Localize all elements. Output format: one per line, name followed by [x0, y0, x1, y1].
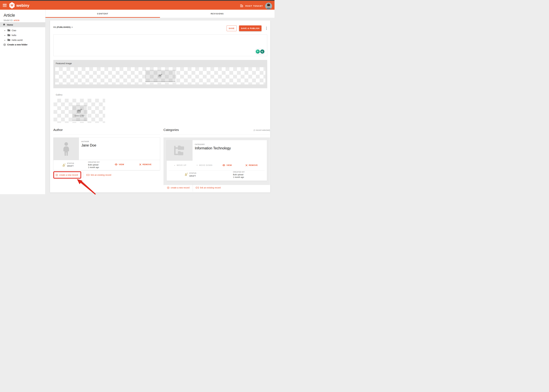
author-field-label: AUTHOR — [81, 141, 89, 142]
chevron-right-icon[interactable]: ▸ — [5, 39, 6, 41]
menu-icon[interactable] — [3, 4, 7, 7]
create-folder-button[interactable]: Create a new folder — [0, 42, 45, 47]
created-time: 1 month ago — [233, 176, 244, 178]
triangle-up-icon: ▲ — [174, 164, 175, 166]
category-name: Information Technology — [195, 146, 231, 150]
grammarly-widget[interactable]: ✦ G — [255, 49, 265, 55]
sidebar-item-home[interactable]: Home — [0, 22, 45, 27]
chevron-right-icon[interactable]: ▸ — [5, 29, 6, 31]
sidebar-item-label: Ciao — [12, 29, 16, 32]
annotation-arrow — [64, 176, 100, 195]
card-footer-divider — [169, 170, 265, 171]
version-label: V1 (PUBLISHED) — [53, 26, 71, 28]
folder-icon — [7, 39, 10, 42]
remove-button[interactable]: REMOVE — [139, 163, 151, 166]
status-value: DRAFT — [189, 175, 196, 177]
chevron-right-icon[interactable]: ▸ — [5, 34, 6, 36]
view-button[interactable]: VIEW — [115, 163, 124, 166]
featured-image-dropzone[interactable] — [145, 70, 175, 82]
featured-image-label: Featured Image — [56, 62, 72, 65]
active-tab-underline — [45, 17, 160, 18]
status-label: STATUS — [67, 162, 74, 164]
model-id: Model ID: article — [4, 19, 20, 21]
sidebar-item-label: hello — [12, 34, 16, 36]
close-icon — [139, 163, 141, 166]
gallery-label: Gallery — [56, 94, 62, 96]
link-icon — [196, 187, 199, 189]
author-card-footer: STATUS DRAFT CREATED BY Bulk upload 1 mo… — [53, 160, 160, 170]
user-avatar[interactable] — [265, 3, 272, 10]
view-button[interactable]: VIEW — [222, 164, 232, 166]
status-label: STATUS — [189, 172, 196, 174]
author-section-title: Author — [53, 128, 63, 132]
plus-circle-icon — [3, 43, 6, 46]
categories-create-record-link[interactable]: create a new record — [167, 185, 190, 190]
person-icon — [62, 142, 71, 156]
author-record-card: AUTHOR Jane Doe STATUS DRAFT CREATED BY … — [53, 137, 160, 170]
sidebar: Article Model ID: article Home ▸ Ciao ▸ … — [0, 10, 45, 194]
rich-text-editor[interactable]: ✦ G — [53, 35, 267, 56]
created-by-label: CREATED BY — [88, 161, 100, 163]
folder-icon — [7, 29, 10, 32]
sidebar-item-label: Home — [7, 24, 13, 26]
more-options-icon[interactable] — [264, 26, 269, 31]
category-record-card: CATEGORY Information Technology ▲ MOVE U… — [167, 140, 267, 181]
created-by-value: Bulk upload — [88, 164, 99, 166]
tab-revisions[interactable]: REVISIONS — [160, 10, 274, 18]
status-value: DRAFT — [67, 165, 74, 167]
webiny-cms-app: W webiny ROOT TENANT — [0, 0, 274, 196]
category-field-label: CATEGORY — [195, 143, 205, 145]
webiny-logo-icon[interactable]: W — [9, 2, 15, 9]
brand-wordmark: webiny — [16, 3, 29, 8]
folder-icon — [7, 34, 10, 37]
add-image-icon — [158, 74, 162, 78]
gallery-transparency-area: Select a file" — [53, 99, 105, 123]
categories-link-record-link[interactable]: link an existing record — [196, 185, 221, 190]
model-id-value: article — [14, 19, 20, 21]
select-file-label: Select a file" — [75, 115, 85, 117]
move-down-button[interactable]: ▼ MOVE DOWN — [196, 164, 212, 166]
sidebar-folder-ciao[interactable]: ▸ Ciao — [0, 28, 45, 33]
tab-bar: CONTENT REVISIONS — [45, 10, 274, 18]
grammarly-suggestion-icon[interactable]: ✦ — [256, 49, 260, 54]
add-image-icon — [77, 109, 82, 114]
author-avatar-panel — [53, 138, 79, 160]
triangle-down-icon: ▼ — [196, 164, 198, 166]
sidebar-folder-hello[interactable]: ▸ hello — [0, 33, 45, 38]
tenant-label[interactable]: ROOT TENANT — [245, 5, 263, 7]
created-time: 1 month ago — [88, 166, 99, 168]
author-name: Jane Doe — [81, 143, 96, 147]
featured-image-field: Featured Image — [53, 60, 267, 88]
model-title: Article — [4, 13, 15, 18]
status-draft-icon — [184, 172, 188, 177]
model-id-label: Model ID: — [4, 19, 13, 21]
created-by-value: Bulk upload — [233, 174, 243, 176]
chevron-down-icon: ▾ — [72, 26, 72, 28]
eye-icon — [115, 163, 118, 166]
create-folder-label: Create a new folder — [7, 43, 28, 46]
records-selected-note: (1 record selected) — [224, 129, 270, 131]
tab-content[interactable]: CONTENT — [45, 10, 160, 18]
tenant-building-icon — [240, 4, 243, 8]
featured-image-transparency-area — [55, 67, 265, 84]
category-icon-panel — [167, 140, 193, 161]
home-icon — [3, 23, 6, 26]
gallery-dropzone[interactable]: Select a file" — [72, 105, 87, 120]
app-header: W webiny ROOT TENANT — [0, 1, 274, 10]
save-button[interactable]: SAVE — [227, 25, 237, 31]
sidebar-item-label: Hello world — [12, 39, 22, 41]
created-by-label: CREATED BY — [233, 171, 245, 173]
header-right-group: ROOT TENANT — [240, 1, 272, 10]
grammarly-icon[interactable]: G — [260, 49, 264, 54]
version-select[interactable]: V1 (PUBLISHED) ▾ — [53, 26, 72, 28]
link-icon — [86, 174, 90, 176]
plus-circle-icon — [167, 186, 170, 189]
category-tree-icon — [173, 145, 186, 156]
save-publish-button[interactable]: SAVE & PUBLISH — [239, 25, 262, 31]
sidebar-folder-hello-world[interactable]: ▸ Hello world — [0, 38, 45, 42]
move-up-button[interactable]: ▲ MOVE UP — [174, 164, 186, 166]
categories-section-title: Categories — [164, 128, 179, 132]
eye-icon — [222, 164, 225, 166]
remove-button[interactable]: REMOVE — [245, 164, 258, 166]
status-draft-icon — [62, 163, 66, 168]
